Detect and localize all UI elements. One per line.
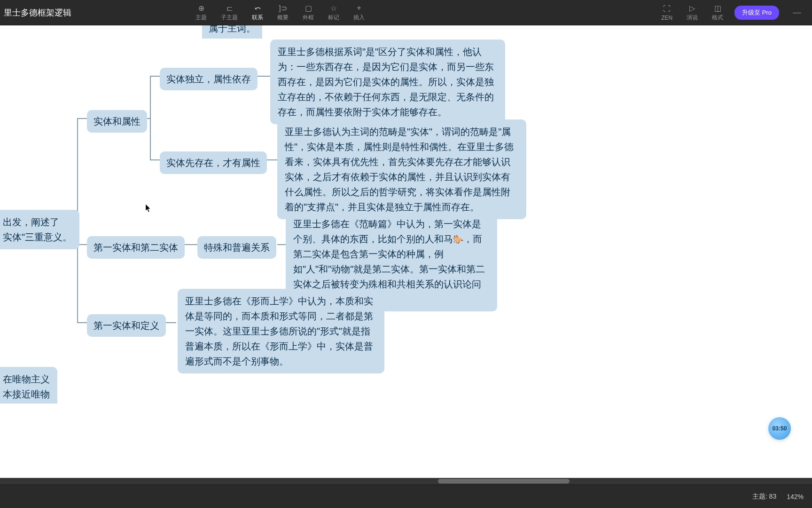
present-icon: ▷ (687, 3, 697, 13)
horizontal-scrollbar-thumb[interactable] (438, 479, 570, 484)
topic-count-status: 主题: 83 (752, 492, 776, 501)
relate-button[interactable]: ⤺ 联系 (249, 2, 266, 23)
topic-label: 主题 (195, 14, 207, 22)
format-button[interactable]: ◫ 格式 (709, 2, 726, 23)
node-branch3[interactable]: 第一实体和定义 (87, 314, 166, 337)
node-top-fragment[interactable]: 属于主词。 (202, 25, 262, 39)
insert-button[interactable]: + 插入 (351, 2, 367, 23)
node-branch1-child1[interactable]: 实体独立，属性依存 (160, 68, 258, 90)
node-branch1-child2-detail[interactable]: 亚里士多德认为主词的范畴是"实体"，谓词的范畴是"属性"，实体是本质，属性则是特… (277, 119, 526, 219)
node-root[interactable]: 出发，阐述了 实体"三重意义。 (0, 210, 79, 249)
upgrade-button[interactable]: 升级至 Pro (734, 6, 779, 20)
horizontal-scrollbar[interactable] (0, 478, 812, 484)
subtopic-label: 子主题 (221, 14, 238, 22)
insert-icon: + (354, 3, 364, 13)
insert-label: 插入 (353, 14, 365, 22)
topic-button[interactable]: ⊕ 主题 (193, 2, 210, 23)
boundary-icon: ▢ (304, 3, 313, 13)
node-branch1-child1-detail[interactable]: 亚里士多德根据系词"是"区分了实体和属性，他认为：一些东西存在，是因为它们是实体… (270, 40, 505, 124)
zen-label: ZEN (661, 15, 672, 21)
subtopic-icon: ⊏ (225, 3, 234, 13)
node-bottom-fragment[interactable]: 在唯物主义 本接近唯物 (0, 367, 57, 404)
mark-button[interactable]: ☆ 标记 (325, 2, 342, 23)
horse-emoji-icon: 🐎 (453, 235, 463, 244)
boundary-label: 外框 (303, 14, 314, 22)
document-title: 里士多德框架逻辑 (0, 7, 113, 18)
node-branch1-child2[interactable]: 实体先存在，才有属性 (160, 151, 267, 174)
topic-icon: ⊕ (196, 3, 206, 13)
mark-label: 标记 (328, 14, 339, 22)
present-button[interactable]: ▷ 演说 (684, 2, 701, 23)
node-branch1[interactable]: 实体和属性 (87, 110, 147, 133)
mark-icon: ☆ (329, 3, 338, 13)
node-branch2[interactable]: 第一实体和第二实体 (87, 236, 185, 259)
boundary-button[interactable]: ▢ 外框 (300, 2, 317, 23)
zen-button[interactable]: ⛶ ZEN (658, 3, 675, 22)
present-label: 演说 (687, 14, 698, 22)
summary-label: 概要 (277, 14, 289, 22)
summary-icon: ]⊃ (278, 3, 288, 13)
mindmap-canvas[interactable]: 属于主词。 出发，阐述了 实体"三重意义。 在唯物主义 本接近唯物 实体和属性 … (0, 25, 812, 484)
format-label: 格式 (712, 14, 723, 22)
minimize-button[interactable]: — (788, 6, 806, 20)
cursor-icon (146, 204, 151, 213)
node-branch2-child[interactable]: 特殊和普遍关系 (197, 236, 276, 259)
zen-icon: ⛶ (662, 4, 671, 14)
subtopic-button[interactable]: ⊏ 子主题 (218, 2, 241, 23)
node-branch3-detail[interactable]: 亚里士多德在《形而上学》中认为，本质和实体是等同的，而本质和形式等同，二者都是第… (178, 289, 384, 373)
relate-icon: ⤺ (253, 3, 262, 13)
summary-button[interactable]: ]⊃ 概要 (274, 2, 291, 23)
minimize-icon: — (793, 8, 801, 17)
relate-label: 联系 (252, 14, 263, 22)
format-icon: ◫ (713, 3, 722, 13)
zoom-status[interactable]: 142% (787, 493, 804, 500)
timer-badge[interactable]: 03:50 (768, 417, 791, 440)
